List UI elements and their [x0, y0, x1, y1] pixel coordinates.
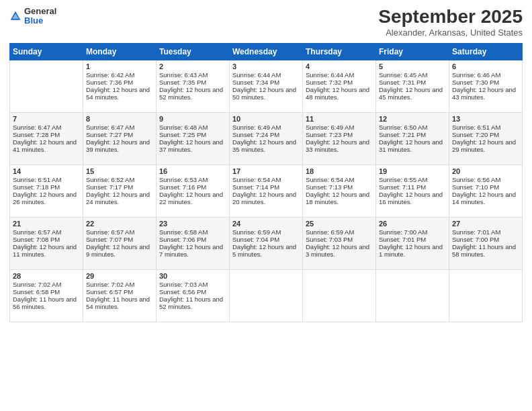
calendar-cell: 13Sunrise: 6:51 AMSunset: 7:20 PMDayligh…: [449, 112, 523, 165]
day-number: 25: [306, 220, 373, 228]
day-number: 2: [159, 62, 226, 71]
calendar-cell: [449, 269, 523, 322]
sunset-text: Sunset: 7:20 PM: [452, 131, 519, 138]
day-number: 30: [159, 272, 226, 280]
sunrise-text: Sunrise: 6:47 AM: [86, 124, 153, 131]
day-number: 20: [452, 167, 519, 175]
logo-general: General: [24, 7, 56, 16]
daylight-text: Daylight: 11 hours and 54 minutes.: [86, 295, 153, 310]
logo-blue: Blue: [24, 16, 56, 26]
sunrise-text: Sunrise: 6:54 AM: [306, 176, 373, 183]
calendar-cell: 23Sunrise: 6:58 AMSunset: 7:06 PMDayligh…: [157, 217, 230, 269]
daylight-text: Daylight: 12 hours and 52 minutes.: [159, 86, 226, 101]
calendar-cell: 30Sunrise: 7:03 AMSunset: 6:56 PMDayligh…: [157, 269, 230, 322]
calendar-cell: 7Sunrise: 6:47 AMSunset: 7:28 PMDaylight…: [10, 112, 83, 165]
day-number: 9: [159, 115, 226, 123]
calendar-cell: 15Sunrise: 6:52 AMSunset: 7:17 PMDayligh…: [83, 165, 157, 217]
calendar-cell: 3Sunrise: 6:44 AMSunset: 7:34 PMDaylight…: [230, 60, 303, 112]
daylight-text: Daylight: 12 hours and 16 minutes.: [379, 191, 446, 205]
sunset-text: Sunset: 6:57 PM: [86, 288, 153, 295]
week-row-1: 1Sunrise: 6:42 AMSunset: 7:36 PMDaylight…: [10, 60, 523, 112]
day-number: 27: [452, 220, 519, 228]
day-number: 5: [379, 62, 446, 71]
sunset-text: Sunset: 7:31 PM: [379, 79, 446, 86]
sunset-text: Sunset: 7:27 PM: [86, 131, 153, 138]
day-number: 22: [86, 220, 153, 228]
daylight-text: Daylight: 12 hours and 41 minutes.: [13, 138, 80, 153]
sunrise-text: Sunrise: 6:57 AM: [13, 228, 80, 236]
calendar-cell: 18Sunrise: 6:54 AMSunset: 7:13 PMDayligh…: [303, 165, 376, 217]
calendar-table: SundayMondayTuesdayWednesdayThursdayFrid…: [9, 43, 523, 322]
calendar-cell: 2Sunrise: 6:43 AMSunset: 7:35 PMDaylight…: [157, 60, 230, 112]
sunset-text: Sunset: 7:10 PM: [452, 183, 519, 191]
sunset-text: Sunset: 7:03 PM: [306, 236, 373, 243]
daylight-text: Daylight: 12 hours and 48 minutes.: [306, 86, 373, 101]
sunrise-text: Sunrise: 6:56 AM: [452, 176, 519, 183]
calendar-cell: 24Sunrise: 6:59 AMSunset: 7:04 PMDayligh…: [230, 217, 303, 269]
day-number: 11: [306, 115, 373, 123]
sunrise-text: Sunrise: 7:00 AM: [379, 228, 446, 236]
calendar-cell: 17Sunrise: 6:54 AMSunset: 7:14 PMDayligh…: [230, 165, 303, 217]
location: Alexander, Arkansas, United States: [378, 28, 523, 38]
calendar-cell: 11Sunrise: 6:49 AMSunset: 7:23 PMDayligh…: [303, 112, 376, 165]
week-row-2: 7Sunrise: 6:47 AMSunset: 7:28 PMDaylight…: [10, 112, 523, 165]
sunset-text: Sunset: 7:13 PM: [306, 183, 373, 191]
page: General Blue September 2025 Alexander, A…: [0, 0, 532, 411]
daylight-text: Daylight: 12 hours and 26 minutes.: [13, 191, 80, 205]
daylight-text: Daylight: 12 hours and 35 minutes.: [232, 138, 300, 153]
weekday-header-tuesday: Tuesday: [157, 43, 230, 60]
daylight-text: Daylight: 12 hours and 29 minutes.: [452, 138, 519, 153]
weekday-header-friday: Friday: [376, 43, 449, 60]
calendar-cell: 27Sunrise: 7:01 AMSunset: 7:00 PMDayligh…: [449, 217, 523, 269]
day-number: 15: [86, 167, 153, 175]
sunrise-text: Sunrise: 7:01 AM: [452, 228, 519, 236]
calendar-cell: [230, 269, 303, 322]
calendar-cell: 12Sunrise: 6:50 AMSunset: 7:21 PMDayligh…: [376, 112, 449, 165]
sunrise-text: Sunrise: 6:55 AM: [379, 176, 446, 183]
daylight-text: Daylight: 12 hours and 7 minutes.: [159, 243, 226, 258]
sunset-text: Sunset: 7:30 PM: [452, 79, 519, 86]
day-number: 16: [159, 167, 226, 175]
daylight-text: Daylight: 12 hours and 54 minutes.: [86, 86, 153, 101]
daylight-text: Daylight: 12 hours and 43 minutes.: [452, 86, 519, 101]
day-number: 12: [379, 115, 446, 123]
sunset-text: Sunset: 7:06 PM: [159, 236, 226, 243]
day-number: 1: [86, 62, 153, 71]
sunrise-text: Sunrise: 6:59 AM: [306, 228, 373, 236]
sunset-text: Sunset: 7:04 PM: [232, 236, 300, 243]
sunset-text: Sunset: 7:11 PM: [379, 183, 446, 191]
calendar-cell: 26Sunrise: 7:00 AMSunset: 7:01 PMDayligh…: [376, 217, 449, 269]
daylight-text: Daylight: 12 hours and 31 minutes.: [379, 138, 446, 153]
weekday-header-thursday: Thursday: [303, 43, 376, 60]
sunrise-text: Sunrise: 6:46 AM: [452, 71, 519, 79]
day-number: 18: [306, 167, 373, 175]
sunset-text: Sunset: 7:34 PM: [232, 79, 300, 86]
week-row-4: 21Sunrise: 6:57 AMSunset: 7:08 PMDayligh…: [10, 217, 523, 269]
calendar-cell: 28Sunrise: 7:02 AMSunset: 6:58 PMDayligh…: [10, 269, 83, 322]
sunrise-text: Sunrise: 7:03 AM: [159, 281, 226, 288]
day-number: 26: [379, 220, 446, 228]
calendar-cell: 21Sunrise: 6:57 AMSunset: 7:08 PMDayligh…: [10, 217, 83, 269]
day-number: 10: [232, 115, 300, 123]
sunrise-text: Sunrise: 6:58 AM: [159, 228, 226, 236]
daylight-text: Daylight: 12 hours and 45 minutes.: [379, 86, 446, 101]
daylight-text: Daylight: 12 hours and 9 minutes.: [86, 243, 153, 258]
sunrise-text: Sunrise: 6:45 AM: [379, 71, 446, 79]
sunrise-text: Sunrise: 7:02 AM: [13, 281, 80, 288]
sunset-text: Sunset: 7:08 PM: [13, 236, 80, 243]
week-row-5: 28Sunrise: 7:02 AMSunset: 6:58 PMDayligh…: [10, 269, 523, 322]
calendar-cell: [376, 269, 449, 322]
day-number: 28: [13, 272, 80, 280]
sunset-text: Sunset: 7:18 PM: [13, 183, 80, 191]
sunset-text: Sunset: 6:58 PM: [13, 288, 80, 295]
day-number: 29: [86, 272, 153, 280]
sunset-text: Sunset: 7:14 PM: [232, 183, 300, 191]
sunrise-text: Sunrise: 6:50 AM: [379, 124, 446, 131]
sunrise-text: Sunrise: 6:49 AM: [306, 124, 373, 131]
calendar-cell: 10Sunrise: 6:49 AMSunset: 7:24 PMDayligh…: [230, 112, 303, 165]
calendar-cell: 19Sunrise: 6:55 AMSunset: 7:11 PMDayligh…: [376, 165, 449, 217]
sunset-text: Sunset: 7:25 PM: [159, 131, 226, 138]
day-number: 7: [13, 115, 80, 123]
sunset-text: Sunset: 7:24 PM: [232, 131, 300, 138]
calendar-cell: 5Sunrise: 6:45 AMSunset: 7:31 PMDaylight…: [376, 60, 449, 112]
